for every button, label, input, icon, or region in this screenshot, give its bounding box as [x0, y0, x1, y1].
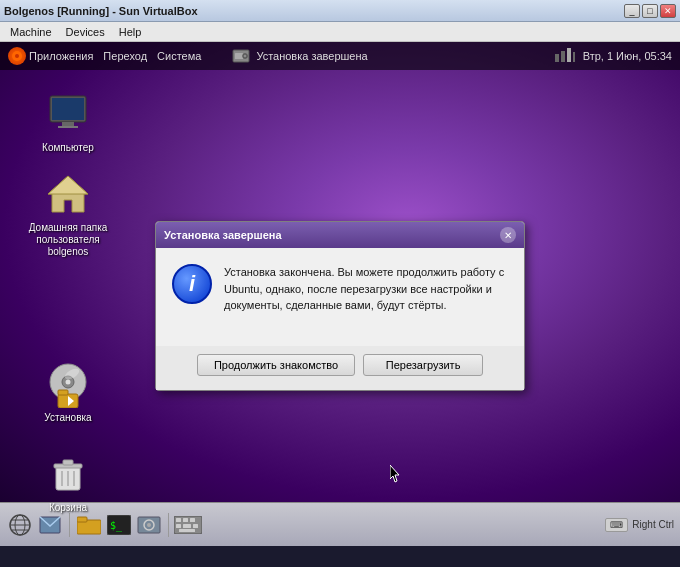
- ubuntu-top-panel: Приложения Переход Система Установка зав…: [0, 42, 680, 70]
- desktop-content: BOLGENOS Компьютер: [0, 70, 680, 502]
- taskbar-mail-icon[interactable]: [36, 511, 64, 539]
- dialog-message: Установка закончена. Вы можете продолжит…: [224, 264, 508, 314]
- svg-rect-48: [183, 524, 191, 528]
- panel-apps-group: Приложения: [8, 47, 93, 65]
- panel-separator-1: [69, 513, 70, 537]
- close-button[interactable]: ✕: [660, 4, 676, 18]
- dialog-overlay: Установка завершена ✕ i Установка законч…: [0, 70, 680, 502]
- dialog-title: Установка завершена: [164, 229, 282, 241]
- svg-point-42: [147, 523, 151, 527]
- svg-rect-37: [77, 517, 87, 522]
- taskbar-keyboard-icon[interactable]: [174, 511, 202, 539]
- svg-rect-3: [235, 53, 243, 59]
- continue-button[interactable]: Продолжить знакомство: [197, 354, 355, 376]
- panel-separator-2: [168, 513, 169, 537]
- menu-machine[interactable]: Machine: [4, 25, 58, 39]
- svg-rect-6: [555, 54, 559, 62]
- network-icon: [553, 46, 577, 66]
- svg-rect-45: [183, 518, 188, 522]
- info-icon: i: [172, 264, 212, 304]
- dialog-body: i Установка закончена. Вы можете продолж…: [156, 248, 524, 346]
- minimize-button[interactable]: _: [624, 4, 640, 18]
- install-badge: Установка завершена: [231, 46, 367, 66]
- svg-rect-7: [561, 51, 565, 62]
- window-title: Bolgenos [Running] - Sun VirtualBox: [4, 5, 624, 17]
- svg-rect-44: [176, 518, 181, 522]
- dialog-buttons: Продолжить знакомство Перезагрузить: [156, 346, 524, 390]
- taskbar-screenshot-icon[interactable]: [135, 511, 163, 539]
- menu-bar: Machine Devices Help: [0, 22, 680, 42]
- svg-rect-46: [190, 518, 195, 522]
- svg-point-1: [15, 54, 19, 58]
- title-bar: Bolgenos [Running] - Sun VirtualBox _ □ …: [0, 0, 680, 22]
- taskbar-folder-icon[interactable]: [75, 511, 103, 539]
- keyboard-icon: ⌨: [605, 518, 628, 532]
- hdd-icon: [231, 46, 251, 66]
- places-label[interactable]: Переход: [103, 50, 147, 62]
- taskbar-terminal-icon[interactable]: $_: [105, 511, 133, 539]
- svg-text:$_: $_: [110, 520, 123, 532]
- installation-complete-dialog: Установка завершена ✕ i Установка законч…: [155, 221, 525, 391]
- dialog-content-row: i Установка закончена. Вы можете продолж…: [172, 264, 508, 314]
- menu-help[interactable]: Help: [113, 25, 148, 39]
- menu-devices[interactable]: Devices: [60, 25, 111, 39]
- dialog-titlebar: Установка завершена ✕: [156, 222, 524, 248]
- taskbar-icons: $_: [6, 511, 202, 539]
- install-label: Установка завершена: [256, 50, 367, 62]
- taskbar-globe-icon[interactable]: [6, 511, 34, 539]
- maximize-button[interactable]: □: [642, 4, 658, 18]
- panel-right: Втр, 1 Июн, 05:34: [553, 46, 672, 66]
- trash-icon-label: Корзина: [49, 502, 87, 514]
- svg-point-5: [244, 55, 246, 57]
- restart-button[interactable]: Перезагрузить: [363, 354, 483, 376]
- ubuntu-logo-icon: [8, 47, 26, 65]
- apps-label[interactable]: Приложения: [29, 50, 93, 62]
- svg-rect-50: [179, 529, 195, 532]
- datetime-label: Втр, 1 Июн, 05:34: [583, 50, 672, 62]
- desktop-background: Приложения Переход Система Установка зав…: [0, 42, 680, 502]
- vm-screen: Приложения Переход Система Установка зав…: [0, 42, 680, 547]
- window-controls: _ □ ✕: [624, 4, 676, 18]
- svg-rect-9: [573, 52, 575, 62]
- system-label[interactable]: Система: [157, 50, 201, 62]
- dialog-close-button[interactable]: ✕: [500, 227, 516, 243]
- right-ctrl-label: ⌨ Right Ctrl: [605, 518, 674, 532]
- svg-rect-8: [567, 48, 571, 62]
- svg-rect-47: [176, 524, 181, 528]
- svg-rect-49: [193, 524, 198, 528]
